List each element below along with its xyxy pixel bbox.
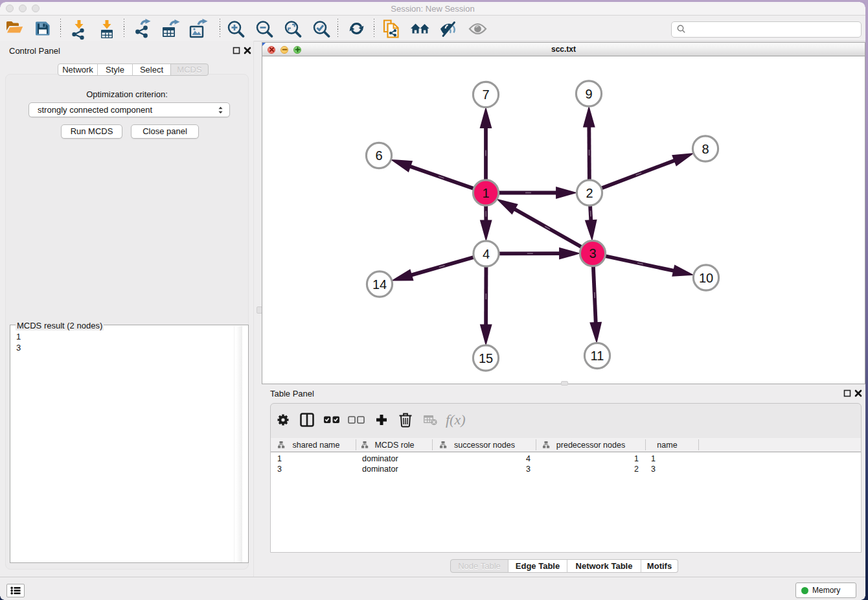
svg-text:2: 2 [586,186,593,200]
svg-text:10: 10 [699,271,713,285]
svg-text:name: name [657,441,677,450]
svg-text:9: 9 [585,87,592,101]
svg-text:MCDS role: MCDS role [374,441,414,450]
svg-text:8: 8 [702,142,709,156]
svg-text:11: 11 [591,349,604,363]
svg-text:6: 6 [375,148,382,163]
svg-text:shared name: shared name [293,441,340,450]
svg-text:15: 15 [479,351,493,365]
svg-text:14: 14 [372,277,387,292]
svg-text:successor nodes: successor nodes [454,441,515,450]
svg-text:3: 3 [589,246,596,260]
svg-text:4: 4 [483,247,490,261]
svg-text:7: 7 [482,87,489,102]
svg-text:f(x): f(x) [446,411,466,428]
svg-text:predecessor nodes: predecessor nodes [556,441,625,450]
svg-text:1: 1 [482,186,489,200]
